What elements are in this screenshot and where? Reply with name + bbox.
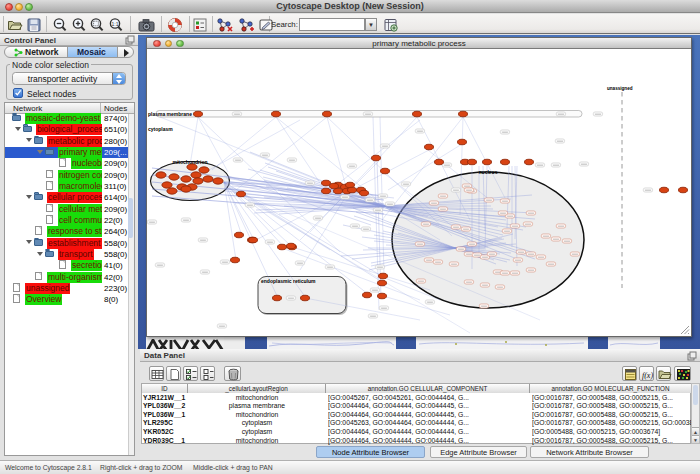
svg-text:cytoplasm: cytoplasm [148, 126, 173, 132]
svg-text:endoplasmic reticulum: endoplasmic reticulum [261, 278, 316, 284]
svg-text:1:1: 1:1 [112, 21, 119, 27]
svg-text:nucleus: nucleus [479, 169, 498, 175]
svg-text:f(x): f(x) [642, 370, 653, 379]
svg-text:unassigned: unassigned [607, 86, 633, 91]
svg-text:mitochondrion: mitochondrion [173, 159, 208, 165]
svg-text:plasma membrane: plasma membrane [148, 111, 192, 117]
